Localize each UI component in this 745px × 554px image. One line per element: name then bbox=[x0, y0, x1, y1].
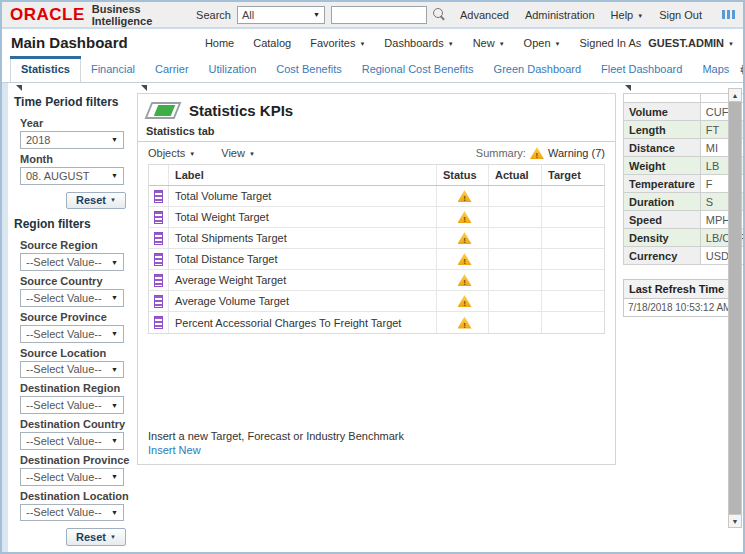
administration-link[interactable]: Administration bbox=[525, 9, 595, 21]
collapse-main-icon[interactable] bbox=[141, 85, 147, 91]
scrollbar-thumb[interactable] bbox=[728, 102, 742, 514]
table-row[interactable]: Average Volume Target bbox=[149, 291, 604, 312]
insert-footer: Insert a new Target, Forecast or Industr… bbox=[138, 426, 615, 464]
table-row[interactable]: Total Volume Target bbox=[149, 186, 604, 207]
unit-row: SpeedMPH bbox=[624, 211, 744, 229]
source-region-select[interactable]: --Select Value--▼ bbox=[20, 253, 124, 271]
source-province-value: --Select Value-- bbox=[26, 328, 102, 340]
chevron-down-icon: ▼ bbox=[111, 294, 118, 301]
source-province-select[interactable]: --Select Value--▼ bbox=[20, 325, 124, 343]
chevron-down-icon: ▼ bbox=[111, 136, 118, 143]
search-icon[interactable] bbox=[433, 8, 446, 21]
search-scope-value: All bbox=[242, 9, 254, 21]
table-row[interactable]: Percent Accessorial Charges To Freight T… bbox=[149, 312, 604, 333]
unit-row: TemperatureF bbox=[624, 175, 744, 193]
tab-fleet-dashboard[interactable]: Fleet Dashboard bbox=[591, 56, 692, 82]
tab-utilization[interactable]: Utilization bbox=[199, 56, 267, 82]
unit-name: Length bbox=[624, 121, 701, 139]
warning-icon bbox=[458, 190, 472, 202]
nav-dashboards[interactable]: Dashboards bbox=[384, 37, 453, 49]
region-section-title: Region filters bbox=[14, 217, 132, 231]
month-value: 08. AUGUST bbox=[26, 170, 90, 182]
table-row[interactable]: Average Weight Target bbox=[149, 270, 604, 291]
warning-icon bbox=[458, 317, 472, 329]
destination-region-value: --Select Value-- bbox=[26, 399, 102, 411]
unit-name: Duration bbox=[624, 193, 701, 211]
view-menu[interactable]: View bbox=[221, 147, 255, 159]
kpi-row-actual bbox=[489, 249, 542, 269]
source-country-select[interactable]: --Select Value--▼ bbox=[20, 289, 124, 307]
tab-regional-cost-benefits[interactable]: Regional Cost Benefits bbox=[352, 56, 484, 82]
table-row[interactable]: Total Weight Target bbox=[149, 207, 604, 228]
scroll-down-icon[interactable]: ▼ bbox=[728, 514, 742, 528]
destination-location-select[interactable]: --Select Value--▼ bbox=[20, 504, 124, 522]
objects-menu[interactable]: Objects bbox=[148, 147, 195, 159]
chevron-down-icon: ▼ bbox=[111, 366, 118, 373]
help-menu[interactable]: Help bbox=[611, 9, 644, 21]
kpi-row-target bbox=[542, 186, 604, 206]
collapse-units-icon[interactable] bbox=[625, 85, 631, 91]
nav-catalog[interactable]: Catalog bbox=[253, 37, 291, 49]
tab-maps[interactable]: Maps bbox=[692, 56, 739, 82]
destination-province-select[interactable]: --Select Value--▼ bbox=[20, 468, 124, 486]
region-reset-button[interactable]: Reset bbox=[66, 528, 126, 546]
tab-statistics[interactable]: Statistics bbox=[10, 56, 81, 82]
warning-icon bbox=[458, 295, 472, 307]
kpi-header: Statistics KPIs bbox=[138, 94, 615, 125]
unit-row: VolumeCUFT bbox=[624, 103, 744, 121]
summary-status: Summary: Warning (7) bbox=[476, 147, 605, 159]
table-row[interactable]: Total Shipments Target bbox=[149, 228, 604, 249]
search-scope-select[interactable]: All ▼ bbox=[237, 6, 325, 24]
vertical-scrollbar[interactable]: ▲ ▼ bbox=[728, 88, 742, 528]
kpi-row-actual bbox=[489, 228, 542, 248]
advanced-link[interactable]: Advanced bbox=[460, 9, 509, 21]
chevron-down-icon: ▼ bbox=[111, 330, 118, 337]
chevron-down-icon: ▼ bbox=[111, 437, 118, 444]
reset-label: Reset bbox=[76, 531, 106, 543]
destination-region-select[interactable]: --Select Value--▼ bbox=[20, 396, 124, 414]
kpi-table-header: Label Status Actual Target bbox=[149, 165, 604, 186]
year-select[interactable]: 2018 ▼ bbox=[20, 131, 124, 149]
month-select[interactable]: 08. AUGUST ▼ bbox=[20, 167, 124, 185]
dashboard-nav: Home Catalog Favorites Dashboards New Op… bbox=[205, 37, 734, 49]
time-reset-button[interactable]: Reset bbox=[66, 192, 126, 210]
search-label: Search bbox=[196, 9, 231, 21]
chevron-down-icon: ▼ bbox=[111, 509, 118, 516]
kpi-row-target bbox=[542, 207, 604, 227]
scroll-up-icon[interactable]: ▲ bbox=[728, 88, 742, 102]
kpi-row-icon bbox=[154, 190, 163, 203]
gear-icon[interactable]: ⚙ bbox=[739, 62, 745, 77]
unit-name: Currency bbox=[624, 247, 701, 265]
search-input[interactable] bbox=[331, 6, 427, 24]
unit-name: Volume bbox=[624, 103, 701, 121]
kpi-row-actual bbox=[489, 270, 542, 290]
tab-financial[interactable]: Financial bbox=[81, 56, 145, 82]
table-row[interactable]: Total Distance Target bbox=[149, 249, 604, 270]
insert-new-link[interactable]: Insert New bbox=[148, 444, 605, 456]
source-region-value: --Select Value-- bbox=[26, 256, 102, 268]
statistics-subtab-label: Statistics tab bbox=[138, 125, 615, 142]
source-location-select[interactable]: --Select Value--▼ bbox=[20, 361, 124, 379]
collapse-sidebar-icon[interactable] bbox=[16, 85, 22, 91]
source-country-value: --Select Value-- bbox=[26, 292, 102, 304]
sign-out-link[interactable]: Sign Out bbox=[659, 9, 702, 21]
unit-row: LengthFT bbox=[624, 121, 744, 139]
summary-label: Summary: bbox=[476, 147, 526, 159]
nav-favorites[interactable]: Favorites bbox=[310, 37, 365, 49]
kpi-row-actual bbox=[489, 207, 542, 227]
user-menu[interactable]: GUEST.ADMIN bbox=[648, 37, 734, 49]
tab-green-dashboard[interactable]: Green Dashboard bbox=[484, 56, 591, 82]
content-area: Time Period filters Year 2018 ▼ Month 08… bbox=[2, 83, 743, 552]
chevron-down-icon: ▼ bbox=[111, 473, 118, 480]
nav-open[interactable]: Open bbox=[524, 37, 561, 49]
nav-home[interactable]: Home bbox=[205, 37, 234, 49]
nav-new[interactable]: New bbox=[473, 37, 505, 49]
dashboard-tabs: Statistics Financial Carrier Utilization… bbox=[2, 56, 743, 83]
accessibility-bars-icon[interactable] bbox=[722, 10, 735, 19]
tab-cost-benefits[interactable]: Cost Benefits bbox=[266, 56, 351, 82]
search-group: Search All ▼ bbox=[196, 6, 446, 24]
last-refresh-value: 7/18/2018 10:53:12 AM bbox=[624, 299, 730, 316]
destination-country-select[interactable]: --Select Value--▼ bbox=[20, 432, 124, 450]
chevron-down-icon: ▼ bbox=[111, 172, 118, 179]
tab-carrier[interactable]: Carrier bbox=[145, 56, 199, 82]
